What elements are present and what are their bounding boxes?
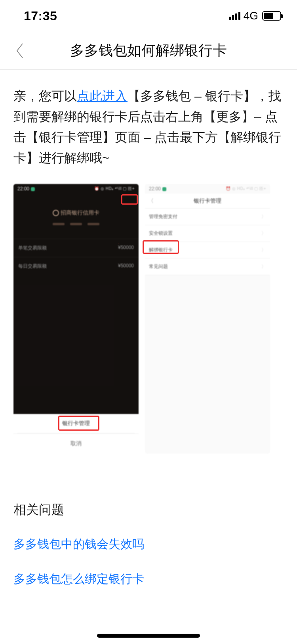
highlight-manage	[58, 416, 99, 431]
right-back-icon: 〈	[148, 197, 154, 205]
right-row-1: 管理免密支付〉	[145, 209, 270, 225]
screenshot-left: 22:00 ⏰ ◎ HD₄ ⁴⁶ill ▢ 匝+ 招商银行信用卡 单笔交易限额¥…	[13, 184, 139, 454]
right-mini-icons: ⏰ ◎ HD₄ ⁴⁶ill ▢ 匝+	[226, 186, 266, 192]
chevron-left-icon	[15, 43, 24, 59]
left-card-title: 招商银行信用卡	[13, 194, 139, 217]
right-row-4: 常见问题〉	[145, 259, 270, 275]
right-title: 银行卡管理	[194, 197, 221, 205]
screenshot-right: 22:00 ⏰ ◎ HD₄ ⁴⁶ill ▢ 匝+ 〈 银行卡管理 管理免密支付〉…	[145, 184, 270, 454]
left-row-1: 单笔交易限额¥50000	[13, 239, 139, 257]
battery-icon	[262, 11, 281, 21]
status-bar: 17:35 4G	[0, 0, 297, 32]
left-mini-icons: ⏰ ◎ HD₄ ⁴⁶ill ▢ 匝+	[94, 186, 135, 192]
tutorial-images: 22:00 ⏰ ◎ HD₄ ⁴⁶ill ▢ 匝+ 招商银行信用卡 单笔交易限额¥…	[13, 184, 284, 454]
right-mini-time: 22:00	[149, 186, 161, 192]
right-nav: 〈 银行卡管理	[145, 194, 270, 209]
home-indicator	[97, 634, 200, 638]
highlight-more	[121, 194, 138, 205]
status-right: 4G	[229, 10, 281, 22]
para-t1: 亲，您可以	[13, 89, 77, 103]
left-row-2: 每日交易限额¥50000	[13, 257, 139, 275]
back-button[interactable]	[8, 32, 32, 69]
related-title: 相关问题	[13, 501, 284, 519]
left-mini-time: 22:00	[17, 186, 29, 192]
help-paragraph: 亲，您可以点此进入【多多钱包 – 银行卡】，找到需要解绑的银行卡后点击右上角【更…	[13, 86, 284, 168]
nav-bar: 多多钱包如何解绑银行卡	[0, 32, 297, 70]
status-time: 17:35	[24, 9, 57, 23]
highlight-unbind	[143, 240, 179, 254]
enter-link[interactable]: 点此进入	[77, 89, 128, 103]
content: 亲，您可以点此进入【多多钱包 – 银行卡】，找到需要解绑的银行卡后点击右上角【更…	[0, 70, 297, 168]
right-row-2: 安全锁设置〉	[145, 225, 270, 242]
related-section: 相关问题 多多钱包中的钱会失效吗 多多钱包怎么绑定银行卡	[0, 485, 297, 588]
tutorial-area: 22:00 ⏰ ◎ HD₄ ⁴⁶ill ▢ 匝+ 招商银行信用卡 单笔交易限额¥…	[0, 184, 297, 454]
signal-icon	[229, 12, 240, 20]
left-sheet-cancel: 取消	[13, 433, 139, 454]
related-link-1[interactable]: 多多钱包中的钱会失效吗	[13, 535, 284, 554]
related-link-2[interactable]: 多多钱包怎么绑定银行卡	[13, 569, 284, 588]
page-title: 多多钱包如何解绑银行卡	[70, 41, 227, 60]
network-label: 4G	[244, 10, 258, 22]
